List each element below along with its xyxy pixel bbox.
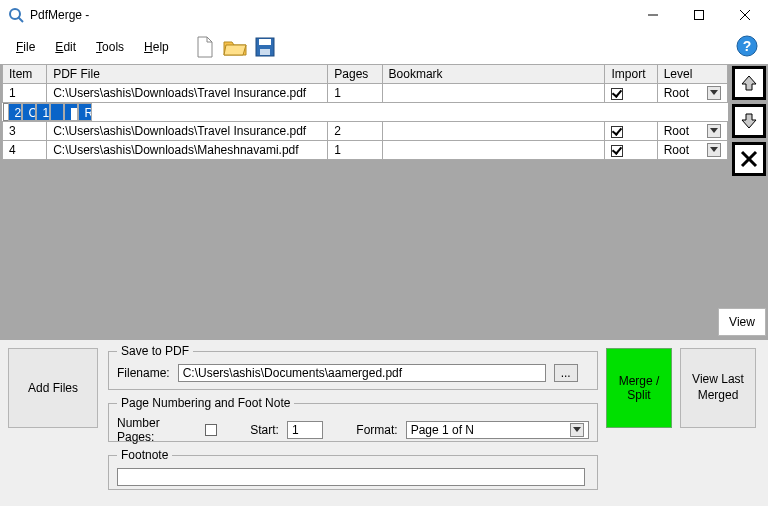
footnote-legend: Footnote	[117, 448, 172, 462]
chevron-down-icon	[570, 423, 584, 437]
th-item[interactable]: Item	[3, 65, 47, 84]
table-row[interactable]: 4C:\Users\ashis\Downloads\Maheshnavami.p…	[3, 141, 728, 160]
table-row[interactable]: 2C:\Users\ashis\Downloads\acph form.pdf1…	[3, 103, 47, 121]
th-file[interactable]: PDF File	[47, 65, 328, 84]
menu-edit-rest: dit	[63, 40, 76, 54]
svg-rect-3	[695, 11, 704, 20]
file-table[interactable]: Item PDF File Pages Bookmark Import Leve…	[2, 64, 728, 160]
import-checkbox[interactable]	[71, 108, 78, 120]
th-level[interactable]: Level	[657, 65, 727, 84]
bottom-panel: Add Files Save to PDF Filename: ... Page…	[0, 340, 768, 506]
app-icon	[8, 7, 24, 23]
maximize-button[interactable]	[676, 0, 722, 30]
footnote-group: Footnote	[108, 448, 598, 490]
menu-file-rest: ile	[23, 40, 35, 54]
minimize-button[interactable]	[630, 0, 676, 30]
format-label: Format:	[356, 423, 397, 437]
number-pages-label: Number Pages:	[117, 416, 197, 444]
format-value: Page 1 of N	[411, 423, 474, 437]
level-value: Root	[664, 124, 689, 138]
view-last-label: View Last Merged	[681, 372, 755, 403]
menubar: File Edit Tools Help ?	[0, 30, 768, 64]
menu-help-rest: elp	[153, 40, 169, 54]
move-down-button[interactable]	[732, 104, 766, 138]
menu-tools[interactable]: Tools	[88, 38, 132, 56]
level-value: Root	[85, 106, 92, 120]
th-bookmark[interactable]: Bookmark	[382, 65, 605, 84]
svg-line-1	[18, 17, 23, 22]
start-input[interactable]	[287, 421, 323, 439]
svg-rect-7	[259, 39, 271, 45]
close-button[interactable]	[722, 0, 768, 30]
svg-text:?: ?	[743, 38, 752, 54]
browse-button[interactable]: ...	[554, 364, 578, 382]
menu-help[interactable]: Help	[136, 38, 177, 56]
save-icon[interactable]	[253, 35, 277, 59]
filename-label: Filename:	[117, 366, 170, 380]
pn-group-legend: Page Numbering and Foot Note	[117, 396, 294, 410]
chevron-down-icon[interactable]	[707, 143, 721, 157]
merge-split-button[interactable]: Merge / Split	[606, 348, 672, 428]
view-button[interactable]: View	[718, 308, 766, 336]
new-file-icon[interactable]	[193, 35, 217, 59]
start-label: Start:	[250, 423, 279, 437]
remove-button[interactable]	[732, 142, 766, 176]
filename-input[interactable]	[178, 364, 546, 382]
save-to-pdf-group: Save to PDF Filename: ...	[108, 344, 598, 390]
window-title: PdfMerge -	[30, 8, 89, 22]
page-numbering-group: Page Numbering and Foot Note Number Page…	[108, 396, 598, 442]
table-row[interactable]: 3C:\Users\ashis\Downloads\Travel Insuran…	[3, 122, 728, 141]
add-files-button[interactable]: Add Files	[8, 348, 98, 428]
th-pages[interactable]: Pages	[328, 65, 382, 84]
menu-edit[interactable]: Edit	[47, 38, 84, 56]
number-pages-checkbox[interactable]	[205, 424, 217, 436]
move-up-button[interactable]	[732, 66, 766, 100]
level-value: Root	[664, 86, 689, 100]
import-checkbox[interactable]	[611, 145, 623, 157]
th-import[interactable]: Import	[605, 65, 657, 84]
level-value: Root	[664, 143, 689, 157]
svg-rect-8	[260, 49, 270, 55]
help-icon[interactable]: ?	[736, 35, 760, 59]
grid-area: Item PDF File Pages Bookmark Import Leve…	[0, 64, 768, 340]
footnote-input[interactable]	[117, 468, 585, 486]
view-last-merged-button[interactable]: View Last Merged	[680, 348, 756, 428]
table-row[interactable]: 1C:\Users\ashis\Downloads\Travel Insuran…	[3, 84, 728, 103]
import-checkbox[interactable]	[611, 88, 623, 100]
menu-tools-rest: ools	[102, 40, 124, 54]
format-select[interactable]: Page 1 of N	[406, 421, 589, 439]
chevron-down-icon[interactable]	[707, 124, 721, 138]
open-folder-icon[interactable]	[223, 35, 247, 59]
import-checkbox[interactable]	[611, 126, 623, 138]
window-titlebar: PdfMerge -	[0, 0, 768, 30]
save-group-legend: Save to PDF	[117, 344, 193, 358]
menu-file[interactable]: File	[8, 38, 43, 56]
chevron-down-icon[interactable]	[707, 86, 721, 100]
